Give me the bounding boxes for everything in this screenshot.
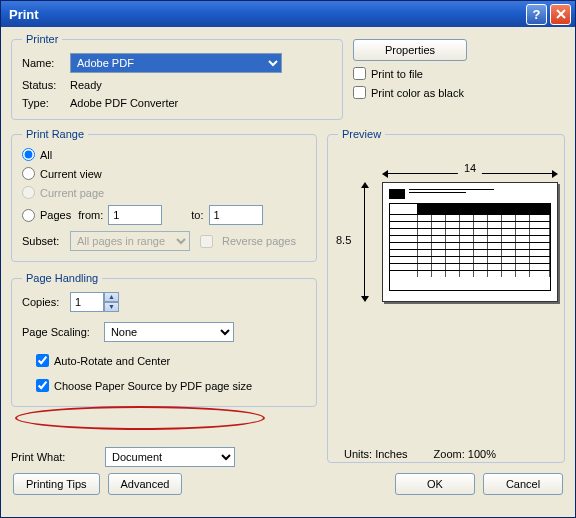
width-dimension: 14 xyxy=(382,166,558,176)
print-to-file-input[interactable] xyxy=(353,67,366,80)
type-value: Adobe PDF Converter xyxy=(70,97,178,109)
subset-row: Subset: All pages in range Reverse pages xyxy=(22,231,306,251)
status-value: Ready xyxy=(70,79,102,91)
scaling-label: Page Scaling: xyxy=(22,326,90,338)
preview-group: Preview 14 8.5 xyxy=(327,128,565,463)
range-all-label: All xyxy=(40,149,52,161)
printer-right-col: Properties Print to file Print color as … xyxy=(353,33,565,120)
height-value: 8.5 xyxy=(336,234,351,246)
close-button[interactable] xyxy=(550,4,571,25)
range-current-page-input xyxy=(22,186,35,199)
scaling-select[interactable]: None xyxy=(104,322,234,342)
range-legend: Print Range xyxy=(22,128,88,140)
subset-label: Subset: xyxy=(22,235,64,247)
type-label: Type: xyxy=(22,97,70,109)
print-color-black-input[interactable] xyxy=(353,86,366,99)
copies-label: Copies: xyxy=(22,296,70,308)
preview-legend: Preview xyxy=(338,128,385,140)
choose-paper-checkbox[interactable]: Choose Paper Source by PDF page size xyxy=(36,379,306,392)
reverse-pages-label: Reverse pages xyxy=(222,235,296,247)
range-pages-row: Pages from: to: xyxy=(22,205,306,225)
range-all-radio[interactable]: All xyxy=(22,148,306,161)
page-handling-group: Page Handling Copies: ▲ ▼ Page Scaling: xyxy=(11,272,317,407)
range-current-page-radio: Current page xyxy=(22,186,306,199)
name-label: Name: xyxy=(22,57,70,69)
print-to-file-label: Print to file xyxy=(371,68,423,80)
choose-paper-input[interactable] xyxy=(36,379,49,392)
reverse-pages-input xyxy=(200,235,213,248)
close-icon xyxy=(556,9,566,19)
range-all-input[interactable] xyxy=(22,148,35,161)
range-to-input[interactable] xyxy=(209,205,263,225)
auto-rotate-label: Auto-Rotate and Center xyxy=(54,355,170,367)
printer-legend: Printer xyxy=(22,33,62,45)
print-what-select[interactable]: Document xyxy=(105,447,235,467)
range-current-view-radio[interactable]: Current view xyxy=(22,167,306,180)
range-pages-input[interactable] xyxy=(22,209,35,222)
auto-rotate-input[interactable] xyxy=(36,354,49,367)
page-thumbnail xyxy=(382,182,558,302)
auto-rotate-checkbox[interactable]: Auto-Rotate and Center xyxy=(36,354,306,367)
copies-up-icon[interactable]: ▲ xyxy=(104,292,119,302)
printer-group: Printer Name: Adobe PDF Status: Ready Ty… xyxy=(11,33,343,120)
print-range-group: Print Range All Current view Current pag… xyxy=(11,128,317,262)
units-value: Inches xyxy=(375,448,407,460)
range-from-input[interactable] xyxy=(108,205,162,225)
cancel-button[interactable]: Cancel xyxy=(483,473,563,495)
copies-down-icon[interactable]: ▼ xyxy=(104,302,119,312)
range-current-page-label: Current page xyxy=(40,187,104,199)
height-dimension xyxy=(358,182,370,302)
zoom-label: Zoom: xyxy=(434,448,465,460)
copies-input[interactable] xyxy=(70,292,104,312)
copies-spinner[interactable]: ▲ ▼ xyxy=(70,292,119,312)
advanced-button[interactable]: Advanced xyxy=(108,473,183,495)
print-color-black-checkbox[interactable]: Print color as black xyxy=(353,86,565,99)
print-what-label: Print What: xyxy=(11,451,91,463)
properties-button[interactable]: Properties xyxy=(353,39,467,61)
zoom-value: 100% xyxy=(468,448,496,460)
titlebar: Print ? xyxy=(1,1,575,27)
range-pages-label: Pages xyxy=(40,209,71,221)
choose-paper-label: Choose Paper Source by PDF page size xyxy=(54,380,252,392)
help-button[interactable]: ? xyxy=(526,4,547,25)
ok-button[interactable]: OK xyxy=(395,473,475,495)
print-to-file-checkbox[interactable]: Print to file xyxy=(353,67,565,80)
range-current-view-input[interactable] xyxy=(22,167,35,180)
print-color-black-label: Print color as black xyxy=(371,87,464,99)
window-title: Print xyxy=(9,7,523,22)
width-value: 14 xyxy=(458,162,482,174)
units-label: Units: xyxy=(344,448,372,460)
preview-area: 14 8.5 xyxy=(338,152,554,412)
handling-legend: Page Handling xyxy=(22,272,102,284)
range-to-label: to: xyxy=(191,209,203,221)
printer-name-select[interactable]: Adobe PDF xyxy=(70,53,282,73)
range-current-view-label: Current view xyxy=(40,168,102,180)
status-label: Status: xyxy=(22,79,70,91)
printing-tips-button[interactable]: Printing Tips xyxy=(13,473,100,495)
range-from-label: from: xyxy=(78,209,103,221)
subset-select: All pages in range xyxy=(70,231,190,251)
